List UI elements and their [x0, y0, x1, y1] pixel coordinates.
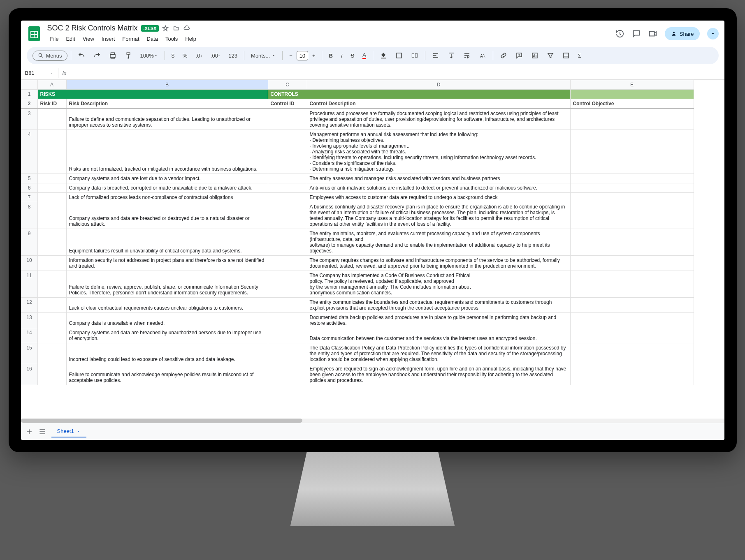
functions-button[interactable]: Σ [575, 50, 585, 61]
share-button[interactable]: Share [665, 27, 700, 40]
print-button[interactable] [106, 49, 120, 62]
cell[interactable] [37, 364, 66, 385]
cell[interactable] [570, 183, 694, 193]
menu-format[interactable]: Format [119, 34, 142, 44]
cell[interactable] [37, 313, 66, 328]
cell[interactable] [570, 313, 694, 328]
cell[interactable]: Control Description [307, 99, 570, 109]
cell[interactable] [37, 193, 66, 202]
row-header[interactable]: 7 [21, 193, 37, 202]
menu-data[interactable]: Data [144, 34, 161, 44]
cell[interactable] [37, 183, 66, 193]
cell[interactable] [268, 313, 307, 328]
row-header[interactable]: 6 [21, 183, 37, 193]
cell[interactable] [268, 174, 307, 183]
insert-comment-button[interactable] [512, 49, 526, 62]
cell[interactable] [570, 193, 694, 202]
merge-button[interactable] [408, 49, 422, 62]
comment-icon[interactable] [632, 29, 641, 38]
row-header[interactable]: 14 [21, 328, 37, 343]
cell[interactable]: Lack of clear contractual requirements c… [66, 298, 268, 313]
history-icon[interactable] [615, 29, 624, 38]
cell[interactable]: Information security is not addressed in… [66, 256, 268, 271]
paint-format-button[interactable] [121, 49, 135, 62]
zoom-select[interactable]: 100% [137, 50, 161, 61]
cell[interactable]: Failure to define and communicate separa… [66, 109, 268, 130]
cell[interactable] [268, 364, 307, 385]
strikethrough-button[interactable]: S [348, 50, 358, 61]
row-header[interactable]: 13 [21, 313, 37, 328]
horizontal-scrollbar[interactable] [21, 419, 724, 423]
risks-header[interactable]: RISKS [37, 90, 268, 99]
cell[interactable] [37, 328, 66, 343]
cell[interactable]: Failure to define, review, approve, publ… [66, 271, 268, 298]
cell[interactable]: The entity assesses and manages risks as… [307, 174, 570, 183]
select-all-corner[interactable] [21, 80, 37, 90]
cell[interactable] [570, 328, 694, 343]
percent-button[interactable]: % [179, 50, 191, 61]
cell[interactable]: Equipment failures result in unavailabil… [66, 229, 268, 256]
cell[interactable]: Control ID [268, 99, 307, 109]
col-header-D[interactable]: D [307, 80, 570, 90]
menu-file[interactable]: File [47, 34, 62, 44]
increase-decimal-button[interactable]: .00↑ [207, 50, 224, 61]
cell[interactable] [268, 130, 307, 174]
currency-button[interactable]: $ [168, 50, 178, 61]
cell[interactable]: Management performs an annual risk asses… [307, 130, 570, 174]
cell[interactable]: Incorrect labeling could lead to exposur… [66, 343, 268, 364]
cloud-icon[interactable] [183, 25, 190, 32]
cell[interactable]: The Data Classification Policy and Data … [307, 343, 570, 364]
cell[interactable] [570, 229, 694, 256]
cell[interactable] [570, 298, 694, 313]
fill-color-button[interactable] [376, 49, 390, 62]
cell[interactable] [570, 174, 694, 183]
add-sheet-button[interactable] [25, 428, 33, 436]
search-menus[interactable]: Menus [32, 51, 67, 61]
cell[interactable]: Risk ID [37, 99, 66, 109]
move-icon[interactable] [173, 25, 179, 32]
menu-tools[interactable]: Tools [162, 34, 181, 44]
row-header[interactable]: 12 [21, 298, 37, 313]
cell[interactable] [268, 202, 307, 229]
cell[interactable] [268, 256, 307, 271]
row-header[interactable]: 4 [21, 130, 37, 174]
cell[interactable] [570, 271, 694, 298]
cell[interactable]: A business continuity and disaster recov… [307, 202, 570, 229]
cell[interactable]: Data communication between the customer … [307, 328, 570, 343]
cell[interactable] [37, 271, 66, 298]
menu-view[interactable]: View [80, 34, 97, 44]
cell[interactable] [570, 109, 694, 130]
cell[interactable] [37, 202, 66, 229]
borders-button[interactable] [392, 49, 406, 62]
menu-insert[interactable]: Insert [99, 34, 118, 44]
cell[interactable]: Company data is unavailable when needed. [66, 313, 268, 328]
cell[interactable]: Company systems and data are lost due to… [66, 174, 268, 183]
cell[interactable]: Procedures and processes are formally do… [307, 109, 570, 130]
cell[interactable] [37, 298, 66, 313]
table-view-button[interactable] [559, 49, 573, 62]
name-box[interactable]: B81 [21, 68, 58, 78]
controls-header[interactable]: CONTROLS [268, 90, 570, 99]
wrap-button[interactable] [460, 49, 474, 62]
row-header[interactable]: 2 [21, 99, 37, 109]
cell[interactable]: Risk Description [66, 99, 268, 109]
text-color-button[interactable]: A [359, 49, 369, 62]
cell[interactable]: The entity maintains, monitors, and eval… [307, 229, 570, 256]
cell[interactable] [268, 328, 307, 343]
cell[interactable]: The entity communicates the boundaries a… [307, 298, 570, 313]
cell[interactable] [268, 109, 307, 130]
cell[interactable]: The company requires changes to software… [307, 256, 570, 271]
row-header[interactable]: 10 [21, 256, 37, 271]
insert-chart-button[interactable] [528, 49, 542, 62]
cell[interactable]: Employees are required to sign an acknow… [307, 364, 570, 385]
cell[interactable] [37, 174, 66, 183]
star-icon[interactable] [162, 25, 169, 32]
cell[interactable] [268, 229, 307, 256]
bold-button[interactable]: B [325, 50, 336, 61]
undo-button[interactable] [74, 49, 88, 62]
cell[interactable] [570, 130, 694, 174]
controls-header-e[interactable] [570, 90, 694, 99]
cell[interactable]: Control Objective [570, 99, 694, 109]
row-header[interactable]: 9 [21, 229, 37, 256]
cell[interactable] [37, 109, 66, 130]
